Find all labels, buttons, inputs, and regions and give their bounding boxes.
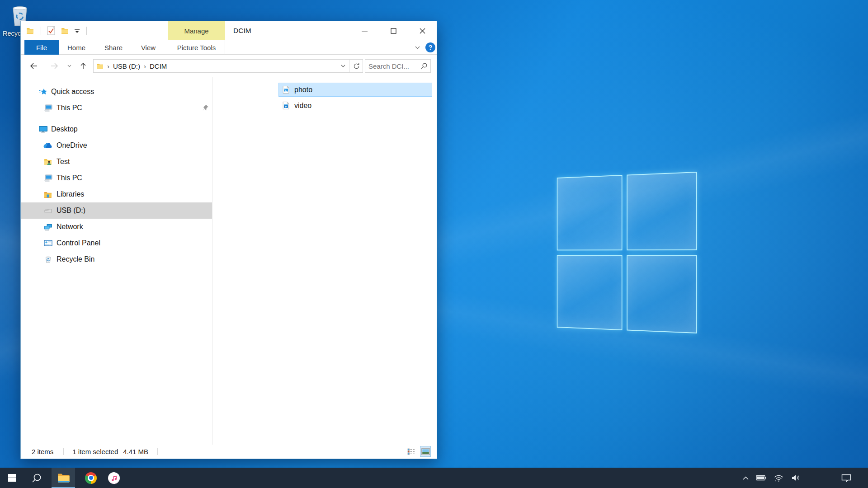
network-icon: [43, 224, 52, 230]
breadcrumb-usb[interactable]: USB (D:): [113, 62, 140, 70]
quick-access-toolbar: [26, 21, 87, 40]
back-icon: [30, 63, 38, 69]
chevron-up-icon: [743, 476, 749, 480]
status-separator: [157, 448, 158, 455]
toolbar-separator: [86, 27, 87, 35]
tab-picture-tools[interactable]: Picture Tools: [168, 40, 225, 55]
logo-pane: [627, 255, 697, 333]
volume-tray-icon[interactable]: [788, 468, 803, 488]
this-pc-icon: [43, 104, 52, 112]
breadcrumb-separator: ›: [107, 62, 109, 70]
close-button[interactable]: [408, 21, 437, 40]
nav-item-desktop[interactable]: Desktop: [21, 121, 212, 137]
nav-label: OneDrive: [57, 141, 87, 150]
file-row-video[interactable]: video: [278, 99, 432, 113]
nav-item-test[interactable]: Test: [21, 154, 212, 170]
title-bar[interactable]: Manage DCIM: [21, 21, 437, 40]
manage-label: Manage: [184, 27, 208, 35]
chrome-icon: [85, 472, 97, 484]
tab-view[interactable]: View: [132, 40, 165, 55]
items-count: 2 items: [32, 448, 53, 455]
nav-item-this-pc-pinned[interactable]: This PC: [21, 100, 212, 116]
tab-file[interactable]: File: [24, 40, 59, 55]
nav-item-network[interactable]: Network: [21, 219, 212, 235]
battery-tray-icon[interactable]: [754, 468, 769, 488]
window-title: DCIM: [233, 21, 251, 40]
forward-icon: [51, 63, 58, 69]
details-view-button[interactable]: [406, 446, 416, 456]
selection-count: 1 item selected: [72, 448, 118, 455]
nav-item-onedrive[interactable]: OneDrive: [21, 137, 212, 154]
file-row-photo[interactable]: photo: [278, 83, 432, 97]
help-icon: ?: [429, 44, 433, 51]
file-list[interactable]: photo video: [213, 77, 437, 445]
maximize-button[interactable]: [379, 21, 408, 40]
address-dropdown-button[interactable]: [337, 60, 349, 72]
explorer-content: Quick access This PC Desktop: [21, 77, 437, 445]
status-separator: [63, 448, 64, 455]
refresh-button[interactable]: [350, 60, 363, 72]
back-button[interactable]: [27, 59, 40, 73]
tab-home[interactable]: Home: [61, 40, 92, 55]
this-pc-icon: [43, 174, 52, 182]
toolbar-separator: [41, 27, 41, 35]
nav-item-control-panel[interactable]: Control Panel: [21, 235, 212, 251]
nav-item-libraries[interactable]: Libraries: [21, 186, 212, 202]
nav-label: This PC: [57, 174, 82, 182]
new-folder-icon[interactable]: [61, 28, 69, 34]
thumbnail-view-icon: [421, 448, 430, 455]
taskbar-search-button[interactable]: [25, 468, 48, 488]
control-panel-icon: [43, 240, 52, 246]
recycle-bin-icon: [43, 256, 52, 263]
file-name: photo: [294, 86, 312, 94]
nav-label: Network: [57, 223, 83, 231]
chevron-down-icon: [341, 65, 345, 67]
action-center-button[interactable]: [837, 468, 855, 488]
file-explorer-window: Manage DCIM File Home Share View Pictu: [20, 21, 437, 459]
file-name: video: [294, 102, 311, 110]
desktop: Recycle Bin Man: [0, 0, 868, 488]
start-button[interactable]: [0, 468, 24, 488]
action-center-icon: [841, 474, 851, 482]
help-button[interactable]: ?: [425, 42, 435, 52]
thumbnail-view-button[interactable]: [420, 446, 430, 456]
forward-button[interactable]: [48, 59, 61, 73]
pin-icon: [202, 104, 209, 113]
chevron-down-icon: [415, 46, 420, 49]
nav-item-usb-drive[interactable]: USB (D:): [21, 202, 212, 219]
breadcrumb-dcim[interactable]: DCIM: [150, 62, 167, 70]
taskbar-file-explorer-button[interactable]: [52, 468, 75, 488]
nav-label: USB (D:): [57, 206, 85, 215]
tab-share[interactable]: Share: [97, 40, 130, 55]
customize-quick-access-icon[interactable]: [75, 28, 80, 33]
wifi-icon: [774, 474, 783, 482]
address-bar[interactable]: › USB (D:) › DCIM: [93, 59, 363, 73]
minimize-icon: [362, 28, 368, 34]
refresh-icon: [353, 63, 360, 70]
windows-start-icon: [8, 474, 16, 482]
taskbar-chrome-button[interactable]: [79, 468, 103, 488]
desktop-icon: [38, 126, 48, 133]
user-folder-icon: [43, 158, 52, 165]
up-button[interactable]: [77, 59, 90, 73]
minimize-button[interactable]: [350, 21, 379, 40]
nav-item-this-pc[interactable]: This PC: [21, 170, 212, 186]
taskbar-itunes-button[interactable]: [102, 468, 126, 488]
properties-check-icon[interactable]: [47, 26, 55, 35]
libraries-icon: [43, 191, 52, 198]
nav-group-gap: [21, 116, 212, 121]
nav-item-recycle-bin[interactable]: Recycle Bin: [21, 251, 212, 267]
search-placeholder: Search DCI...: [368, 62, 421, 70]
search-icon[interactable]: [421, 63, 427, 69]
onedrive-cloud-icon: [43, 143, 52, 149]
tray-expand-button[interactable]: [740, 468, 751, 488]
wifi-tray-icon[interactable]: [771, 468, 786, 488]
nav-label: Control Panel: [57, 239, 100, 247]
nav-label: Libraries: [57, 190, 84, 198]
expand-ribbon-button[interactable]: [411, 40, 423, 55]
contextual-tab-group: Manage: [168, 21, 225, 40]
taskbar: [0, 468, 868, 488]
search-box[interactable]: Search DCI...: [365, 59, 431, 73]
nav-item-quick-access[interactable]: Quick access: [21, 84, 212, 100]
recent-locations-button[interactable]: [64, 59, 74, 73]
